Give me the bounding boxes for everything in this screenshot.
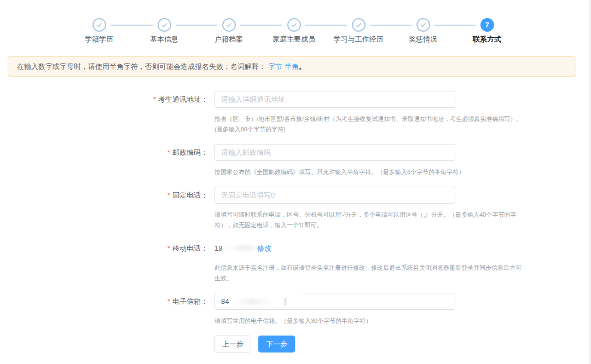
notice-period: 。	[299, 62, 306, 72]
step-1: 学籍学历	[63, 18, 135, 44]
field-row-mobile: *移动电话： 18 修改 此信息来源于实名注册，如有误请登录实名注册进行修改，修…	[0, 240, 591, 284]
landline-input[interactable]: 无固定电话填写0	[215, 187, 455, 204]
glossary-link-halfwidth[interactable]: 半角	[285, 62, 299, 72]
notice-banner: 在输入数字或字母时，请使用半角字符，否则可能会造成报名失败；名词解释： 字节 半…	[8, 56, 576, 77]
progress-stepper: 学籍学历基本信息户籍档案家庭主要成员学习与工作经历奖惩情况7联系方式	[0, 18, 591, 44]
postcode-label: *邮政编码：	[0, 144, 208, 161]
landline-placeholder: 无固定电话填写0	[221, 190, 275, 200]
step-check-icon	[92, 18, 106, 32]
email-label: *电子信箱：	[0, 293, 208, 310]
required-asterisk: *	[167, 148, 170, 157]
glossary-link-byte[interactable]: 字节	[268, 62, 282, 72]
step-6: 奖惩情况	[387, 18, 459, 44]
step-check-icon	[158, 18, 171, 32]
step-label: 学籍学历	[63, 34, 135, 44]
postcode-help-text: 按国家公布的《全国邮政编码》填写。只允许输入半角字符。（最多输入6个字节的半角字…	[215, 167, 548, 177]
postcode-input[interactable]: 请输入邮政编码	[215, 144, 455, 161]
required-asterisk: *	[153, 95, 156, 103]
step-label: 奖惩情况	[387, 34, 459, 44]
step-3: 户籍档案	[193, 18, 264, 44]
email-help-text: 请填写常用的电子信箱。（最多输入30个字节的半角字符）	[215, 316, 548, 326]
step-label: 联系方式	[451, 34, 523, 44]
required-asterisk: *	[167, 244, 170, 252]
step-5: 学习与工作经历	[323, 18, 394, 44]
required-asterisk: *	[167, 191, 170, 199]
field-row-postcode: *邮政编码： 请输入邮政编码 按国家公布的《全国邮政编码》填写。只允许输入半角字…	[0, 144, 591, 177]
email-value: 84	[221, 297, 229, 305]
next-step-button[interactable]: 下一步	[258, 336, 295, 353]
step-7: 7联系方式	[451, 18, 523, 44]
step-check-icon	[222, 18, 236, 32]
step-check-icon	[287, 18, 301, 32]
censor-blur-mark	[285, 298, 286, 305]
step-number-badge: 7	[480, 18, 494, 32]
censored-blur	[233, 299, 271, 304]
postcode-placeholder: 请输入邮政编码	[221, 148, 271, 158]
step-label: 户籍档案	[193, 34, 264, 44]
step-4: 家庭主要成员	[258, 18, 329, 44]
field-row-landline: *固定电话： 无固定电话填写0 请填写可随时联系的电话，区号、分机号可以用'-'…	[0, 187, 591, 230]
address-input[interactable]: 请输入详细通讯地址	[215, 91, 455, 108]
address-label: *考生通讯地址：	[0, 91, 208, 108]
mobile-label: *移动电话：	[0, 240, 208, 257]
modify-mobile-link[interactable]: 修改	[257, 240, 271, 257]
mobile-help-text: 此信息来源于实名注册，如有误请登录实名注册进行修改，修改后退出系统且关闭浏览器重…	[215, 263, 548, 284]
address-help-text: 指省（区、市）/地市区盟/县市旗/乡镇/街村（为考生接收复试通知书、录取通知书地…	[215, 114, 548, 135]
prev-step-button[interactable]: 上一步	[215, 336, 251, 353]
landline-help-text: 请填写可随时联系的电话，区号、分机号可以用'-'分开，多个电话可以用逗号（,）分…	[215, 210, 548, 230]
field-row-email: *电子信箱： 84 请填写常用的电子信箱。（最多输入30个字节的半角字符）	[0, 293, 591, 326]
field-row-address: *考生通讯地址： 请输入详细通讯地址 指省（区、市）/地市区盟/县市旗/乡镇/街…	[0, 91, 591, 135]
required-asterisk: *	[167, 297, 170, 305]
step-label: 家庭主要成员	[258, 34, 329, 44]
step-label: 基本信息	[129, 34, 200, 44]
step-2: 基本信息	[129, 18, 200, 44]
landline-label: *固定电话：	[0, 187, 208, 204]
email-input[interactable]: 84	[215, 293, 455, 310]
scrollbar-track[interactable]	[589, 0, 591, 364]
step-label: 学习与工作经历	[323, 34, 394, 44]
address-placeholder: 请输入详细通讯地址	[221, 95, 285, 105]
step-check-icon	[416, 18, 430, 32]
step-check-icon	[352, 18, 366, 32]
censor-blur-patch	[217, 290, 302, 296]
notice-text: 在输入数字或字母时，请使用半角字符，否则可能会造成报名失败；名词解释：	[17, 62, 266, 72]
